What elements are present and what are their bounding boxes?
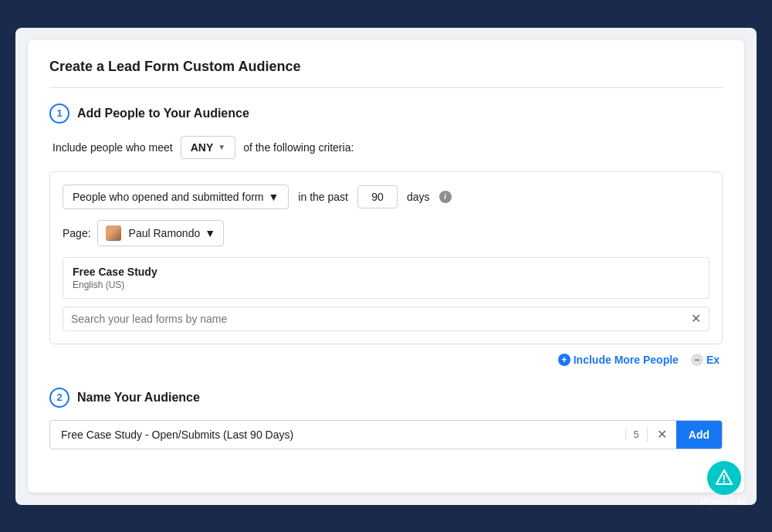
search-row: ✕	[63, 307, 709, 331]
step1-circle: 1	[49, 103, 69, 124]
section2-header: 2 Name Your Audience	[49, 388, 723, 408]
criteria-row: Include people who meet ANY ▼ of the fol…	[49, 136, 723, 159]
minus-icon: −	[691, 354, 703, 366]
lead-form-sub: English (US)	[73, 280, 699, 290]
filter-dropdown-arrow: ▼	[269, 191, 279, 203]
step2-circle: 2	[49, 388, 69, 408]
search-input[interactable]	[71, 313, 685, 325]
clear-icon[interactable]: ✕	[691, 313, 701, 325]
page-dropdown-arrow: ▼	[205, 227, 215, 239]
name-clear-btn[interactable]: ✕	[647, 427, 676, 442]
in-past-label: in the past	[298, 191, 348, 203]
filter-type-row: People who opened and submitted form ▼ i…	[63, 185, 709, 209]
page-row: Page: Paul Ramondo ▼	[63, 220, 709, 246]
add-button[interactable]: Add	[676, 421, 722, 449]
criteria-suffix: of the following criteria:	[243, 141, 354, 154]
name-audience-section: 2 Name Your Audience 5 ✕ Add	[49, 388, 723, 449]
char-count: 5	[625, 429, 647, 440]
section1-title: Add People to Your Audience	[77, 107, 249, 120]
section2-title: Name Your Audience	[77, 391, 200, 405]
page-title: Create a Lead Form Custom Audience	[49, 59, 723, 88]
avatar	[106, 225, 121, 241]
days-input[interactable]	[357, 185, 398, 208]
monocal-logo	[707, 461, 741, 495]
days-label: days	[407, 191, 430, 203]
info-icon[interactable]: i	[439, 191, 452, 203]
svg-point-2	[723, 480, 725, 482]
plus-icon: +	[558, 354, 571, 366]
page-dropdown[interactable]: Paul Ramondo ▼	[97, 220, 224, 246]
lead-form-name: Free Case Study	[73, 266, 699, 278]
audience-name-input[interactable]	[50, 421, 625, 449]
any-dropdown[interactable]: ANY ▼	[181, 136, 235, 159]
section1-header: 1 Add People to Your Audience	[49, 103, 723, 124]
filter-box: People who opened and submitted form ▼ i…	[49, 171, 723, 344]
brand-name: MONOCAL	[699, 497, 749, 507]
include-more-link[interactable]: + Include More People	[558, 354, 679, 366]
lead-form-item[interactable]: Free Case Study English (US)	[63, 257, 709, 299]
audience-name-row: 5 ✕ Add	[49, 420, 723, 449]
criteria-prefix: Include people who meet	[52, 141, 173, 154]
monocal-badge: MONOCAL	[699, 461, 749, 507]
any-dropdown-arrow: ▼	[218, 143, 225, 151]
actions-row: + Include More People − Ex	[49, 354, 723, 366]
add-people-section: 1 Add People to Your Audience Include pe…	[49, 103, 723, 366]
exclude-link[interactable]: − Ex	[691, 354, 720, 366]
page-label: Page:	[63, 227, 91, 239]
filter-type-dropdown[interactable]: People who opened and submitted form ▼	[63, 185, 289, 209]
